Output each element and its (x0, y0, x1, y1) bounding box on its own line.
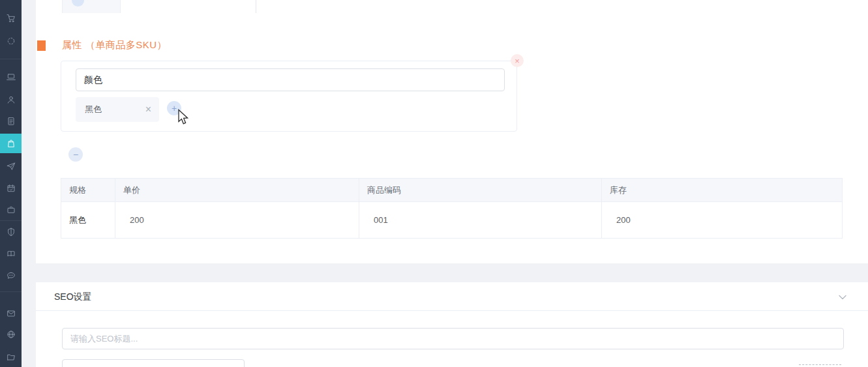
sidebar-divider (0, 220, 22, 221)
book-icon[interactable] (0, 244, 22, 263)
dashed-upload-edge (799, 364, 841, 366)
briefcase-icon[interactable] (0, 200, 22, 220)
attribute-value-tag: 黑色 × (76, 97, 159, 122)
sku-table-row: 黑色 200 001 200 (61, 202, 843, 239)
remove-attribute-button[interactable]: × (511, 54, 524, 67)
column-header-spec: 规格 (61, 179, 115, 202)
minus-icon: − (73, 149, 78, 160)
envelope-icon[interactable] (0, 304, 22, 323)
close-icon: × (515, 56, 520, 66)
laptop-icon[interactable] (0, 67, 22, 87)
seo-header[interactable]: SEO设置 (36, 282, 868, 311)
attribute-name-input[interactable] (76, 68, 505, 91)
attributes-panel: 属性 （单商品多SKU） × 黑色 × + − (36, 0, 868, 263)
sidebar-divider (0, 291, 22, 292)
shopping-bag-icon[interactable] (0, 134, 22, 153)
sku-code-cell[interactable]: 001 (359, 202, 602, 239)
calendar-check-icon[interactable] (0, 179, 22, 198)
globe-icon[interactable] (0, 325, 22, 344)
seo-keywords-input-clipped[interactable] (62, 359, 245, 367)
sku-price-cell[interactable]: 200 (115, 202, 359, 239)
clipped-form-row (62, 0, 256, 13)
section-marker (37, 40, 46, 51)
user-icon[interactable] (0, 90, 22, 110)
clipped-form-cell (62, 0, 121, 13)
folder-icon[interactable] (0, 347, 22, 367)
chevron-down-icon[interactable] (837, 292, 848, 302)
round-button-clipped[interactable] (72, 0, 84, 7)
column-header-price: 单价 (115, 179, 359, 202)
seo-panel: SEO设置 (36, 282, 868, 367)
sidebar-divider (0, 59, 22, 59)
attribute-value-label: 黑色 (85, 104, 102, 115)
sku-table-header-row: 规格 单价 商品编码 库存 (61, 179, 843, 202)
remove-attribute-row-button[interactable]: − (68, 147, 83, 162)
clipped-form-cell (121, 0, 256, 13)
column-header-code: 商品编码 (359, 179, 602, 202)
cart-icon[interactable] (0, 8, 22, 28)
sku-table: 规格 单价 商品编码 库存 黑色 200 001 200 (61, 178, 843, 239)
column-header-stock: 库存 (602, 179, 843, 202)
remove-value-icon[interactable]: × (145, 97, 151, 122)
plus-icon: + (172, 104, 177, 113)
sku-stock-cell[interactable]: 200 (602, 202, 843, 239)
chat-icon[interactable] (0, 266, 22, 286)
product-edit-page: 属性 （单商品多SKU） × 黑色 × + − (0, 0, 868, 367)
spinner-icon[interactable] (0, 31, 22, 51)
section-title: 属性 （单商品多SKU） (62, 39, 167, 51)
add-value-button[interactable]: + (167, 101, 181, 115)
seo-section-title: SEO设置 (54, 291, 92, 303)
shield-icon[interactable] (0, 222, 22, 242)
sku-spec-cell: 黑色 (61, 202, 115, 239)
document-icon[interactable] (0, 111, 22, 131)
attribute-card: 黑色 × + (61, 61, 517, 132)
seo-title-input[interactable] (62, 328, 844, 349)
paper-plane-icon[interactable] (0, 156, 22, 176)
sidebar (0, 0, 22, 367)
